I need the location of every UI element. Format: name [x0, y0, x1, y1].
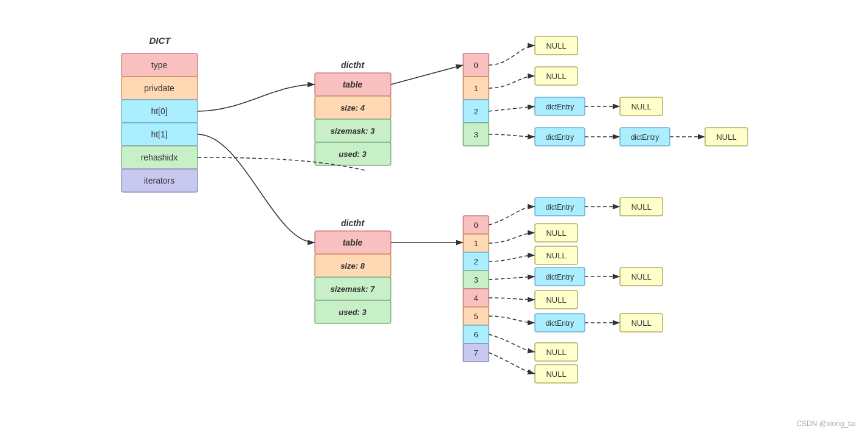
- dict-type-label: type: [151, 60, 168, 70]
- ht1-index3-label: 3: [474, 275, 478, 284]
- dictht1-used-label: used: 3: [339, 308, 367, 317]
- ht1-index6-label: 6: [474, 330, 478, 339]
- null-ht1-6-label: NULL: [631, 319, 651, 328]
- null-ht0-1-label: NULL: [546, 72, 566, 81]
- ht0-index1-label: 1: [474, 84, 478, 93]
- null-ht1-1-label: NULL: [546, 229, 566, 238]
- dictentry-ht1-6-label: dictEntry: [546, 319, 574, 328]
- dict-ht0-label: ht[0]: [151, 106, 167, 116]
- null-ht1-0-label: NULL: [631, 202, 651, 212]
- dict-title: DICT: [150, 35, 172, 46]
- null-ht0-0-label: NULL: [546, 41, 566, 50]
- ht1-index4-label: 4: [474, 294, 478, 303]
- dict-rehashidx-label: rehashidx: [141, 153, 178, 162]
- dictentry-ht0-2-label: dictEntry: [546, 103, 574, 111]
- null-ht0-2-label: NULL: [631, 102, 651, 111]
- dictht1-title: dictht: [341, 218, 365, 228]
- dictht0-size-label: size: 4: [340, 103, 365, 112]
- dictht0-used-label: used: 3: [339, 150, 367, 159]
- dictht0-sizemask-label: sizemask: 3: [331, 126, 376, 136]
- dictht1-size-label: size: 8: [340, 261, 365, 270]
- dictht1-sizemask-label: sizemask: 7: [331, 284, 376, 294]
- dictentry-ht1-0-label: dictEntry: [546, 203, 574, 212]
- null-ht1-7a-label: NULL: [546, 348, 566, 357]
- ht0-index3-label: 3: [474, 130, 478, 139]
- dictentry-ht0-3b-label: dictEntry: [631, 133, 660, 142]
- null-ht1-4-label: NULL: [546, 295, 566, 305]
- dictentry-ht0-3a-label: dictEntry: [546, 133, 574, 142]
- dictht0-table-label: table: [343, 80, 363, 89]
- ht1-index7-label: 7: [474, 348, 478, 357]
- dictht0-title: dictht: [341, 60, 365, 70]
- dict-ht1-label: ht[1]: [151, 129, 167, 139]
- dict-privdate-label: privdate: [144, 83, 174, 93]
- null-ht1-7b-label: NULL: [546, 370, 566, 379]
- dictentry-ht1-3-label: dictEntry: [546, 273, 574, 281]
- dictht1-table-label: table: [343, 238, 363, 247]
- watermark: CSDN @xiong_tai: [796, 419, 856, 428]
- ht1-index0-label: 0: [474, 221, 478, 230]
- ht0-index2-label: 2: [474, 107, 478, 116]
- null-ht0-3-label: NULL: [716, 133, 736, 142]
- ht0-index0-label: 0: [474, 61, 478, 70]
- null-ht1-3-label: NULL: [631, 272, 651, 281]
- dict-iterators-label: iterators: [144, 176, 175, 185]
- ht1-index2-label: 2: [474, 257, 478, 266]
- ht1-index5-label: 5: [474, 312, 478, 321]
- null-ht1-2-label: NULL: [546, 251, 566, 260]
- ht1-index1-label: 1: [474, 239, 478, 248]
